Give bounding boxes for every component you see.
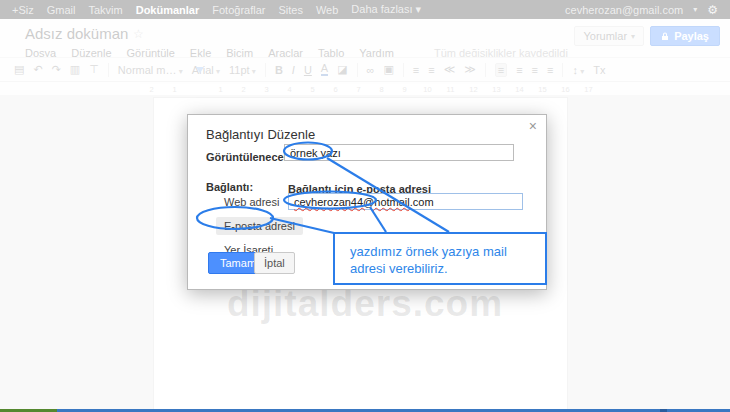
email-address-input[interactable]: cevherozan44@hotmail.com: [288, 193, 523, 210]
email-domain-text: .com: [410, 196, 434, 208]
email-user-text: cevherozan44@hotmail: [294, 196, 410, 208]
link-type-option[interactable]: Web adresi: [216, 193, 287, 211]
close-icon[interactable]: ×: [529, 118, 537, 134]
display-text-input[interactable]: [284, 144, 514, 161]
dialog-title: Bağlantıyı Düzenle: [206, 127, 315, 142]
link-type-option[interactable]: E-posta adresi: [216, 217, 303, 235]
annotation-note-text: yazdımız örnek yazıya mail adresi verebi…: [350, 244, 536, 278]
annotation-note-box: yazdımız örnek yazıya mail adresi verebi…: [333, 232, 547, 285]
cancel-button[interactable]: İptal: [254, 252, 295, 274]
link-label: Bağlantı:: [206, 181, 253, 193]
